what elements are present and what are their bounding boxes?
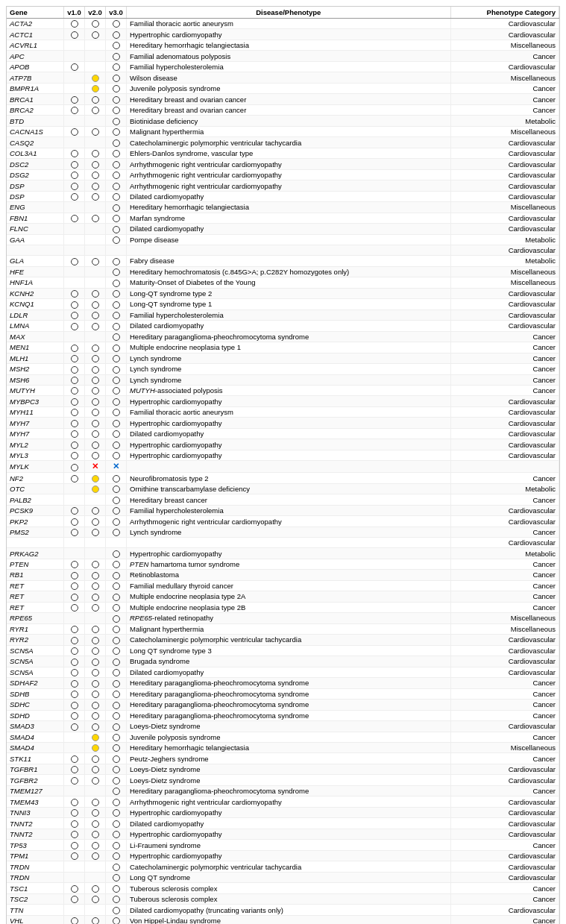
circle-icon — [92, 594, 99, 601]
cell-v1 — [64, 137, 85, 148]
cell-disease: Tuberous sclerosis complex — [127, 893, 451, 904]
cell-v3 — [106, 428, 127, 439]
cell-disease: Hereditary paraganglioma-pheochromocytom… — [127, 785, 451, 796]
cell-category: Cardiovascular — [450, 19, 559, 29]
cell-gene: TP53 — [7, 840, 64, 850]
circle-icon — [113, 604, 120, 612]
circle-icon — [113, 268, 120, 276]
cell-v3 — [106, 245, 127, 256]
cell-v2 — [85, 796, 106, 807]
table-row: TSC1 Tuberous sclerosis complex Cancer — [7, 883, 559, 893]
cell-v3 — [106, 516, 127, 527]
circle-icon — [71, 20, 78, 28]
table-row: ATP7B Wilson disease Miscellaneous — [7, 72, 559, 83]
circle-icon — [71, 63, 78, 71]
circle-icon — [92, 409, 99, 416]
table-row: TMEM127 Hereditary paraganglioma-pheochr… — [7, 785, 559, 796]
circle-icon — [113, 85, 120, 92]
circle-icon — [92, 20, 99, 28]
cell-v3 — [106, 396, 127, 406]
table-row: PRKAG2 Hypertrophic cardiomyopathy Metab… — [7, 548, 559, 559]
cell-v3 — [106, 277, 127, 288]
circle-yellow-icon — [92, 75, 99, 82]
cell-disease: Arrhythmogenic right ventricular cardiom… — [127, 516, 451, 527]
cell-disease: Hypertrophic cardiomyopathy — [127, 807, 451, 817]
cell-v2 — [85, 883, 106, 893]
cell-disease: Hypertrophic cardiomyopathy — [127, 829, 451, 839]
circle-icon — [71, 452, 78, 459]
cell-v3 — [106, 234, 127, 245]
table-row: ENG Hereditary hemorrhagic telangiectasi… — [7, 202, 559, 213]
cell-disease: Malignant hyperthermia — [127, 623, 451, 634]
cell-category: Cancer — [450, 602, 559, 612]
table-row: TTN Dilated cardiomyopathy (truncating v… — [7, 905, 559, 915]
circle-icon — [71, 290, 78, 298]
cell-disease: Marfan syndrome — [127, 213, 451, 223]
cell-v2 — [85, 807, 106, 817]
table-row: BMPR1A Juvenile polyposis syndrome Cance… — [7, 83, 559, 93]
circle-icon — [113, 215, 120, 222]
cell-v1 — [64, 645, 85, 656]
cell-v3 — [106, 299, 127, 309]
cell-disease: Dilated cardiomyopathy — [127, 321, 451, 331]
cell-category: Cardiovascular — [450, 213, 559, 223]
table-row: MEN1 Multiple endocrine neoplasia type 1… — [7, 342, 559, 353]
cell-v2 — [85, 234, 106, 245]
cell-gene: RYR2 — [7, 635, 64, 645]
cell-disease: Maturity-Onset of Diabetes of the Young — [127, 277, 451, 288]
cell-disease: Loeys-Dietz syndrome — [127, 764, 451, 774]
cell-v3 — [106, 829, 127, 839]
cell-v2 — [85, 580, 106, 591]
table-row: FLNC Dilated cardiomyopathy Cardiovascul… — [7, 224, 559, 234]
circle-icon — [92, 355, 99, 362]
circle-icon — [113, 53, 120, 60]
cell-v1 — [64, 364, 85, 374]
cell-gene: RYR1 — [7, 623, 64, 634]
cell-v2 — [85, 548, 106, 559]
circle-icon — [92, 507, 99, 515]
cell-v2 — [85, 331, 106, 342]
cell-category: Cancer — [450, 570, 559, 580]
cell-v1 — [64, 148, 85, 158]
cell-disease: Juvenile polyposis syndrome — [127, 732, 451, 742]
table-row: DSP Arrhythmogenic right ventricular car… — [7, 180, 559, 191]
cell-gene: SDHC — [7, 700, 64, 710]
cell-category: Cardiovascular — [450, 807, 559, 817]
cell-v2 — [85, 667, 106, 677]
cell-gene: BTD — [7, 116, 64, 126]
cell-disease: Hereditary paraganglioma-pheochromocytom… — [127, 678, 451, 688]
cell-category: Cancer — [450, 353, 559, 363]
cell-v2 — [85, 51, 106, 61]
cell-gene: MYH7 — [7, 428, 64, 439]
cell-v2 — [85, 83, 106, 93]
cell-v1 — [64, 883, 85, 893]
cell-disease: Biotinidase deficiency — [127, 116, 451, 126]
cell-gene: TGFBR2 — [7, 775, 64, 785]
cell-category: Metabolic — [450, 548, 559, 559]
cell-gene: RET — [7, 591, 64, 602]
table-row: ACTA2 Familial thoracic aortic aneurysm … — [7, 19, 559, 29]
circle-icon — [113, 885, 120, 893]
cell-gene: SDHAF2 — [7, 678, 64, 688]
cell-disease: Hereditary hemorrhagic telangiectasia — [127, 202, 451, 213]
cell-v2 — [85, 505, 106, 515]
cell-v2 — [85, 450, 106, 460]
cell-v2 — [85, 439, 106, 450]
cell-v3 — [106, 256, 127, 266]
table-row: HNF1A Maturity-Onset of Diabetes of the … — [7, 277, 559, 288]
cell-v2 — [85, 840, 106, 850]
cell-disease: Hypertrophic cardiomyopathy — [127, 439, 451, 450]
circle-icon — [113, 896, 120, 903]
cell-category: Cardiovascular — [450, 905, 559, 915]
circle-icon — [113, 788, 120, 795]
cell-disease: Hypertrophic cardiomyopathy — [127, 396, 451, 406]
cell-category: Cardiovascular — [450, 406, 559, 417]
cell-gene: CACNA1S — [7, 126, 64, 136]
cell-v1 — [64, 905, 85, 915]
cell-gene: SMAD4 — [7, 732, 64, 742]
circle-icon — [113, 809, 120, 817]
cell-category: Cancer — [450, 494, 559, 505]
circle-icon — [113, 680, 120, 688]
circle-icon — [92, 659, 99, 666]
cell-v1 — [64, 538, 85, 548]
